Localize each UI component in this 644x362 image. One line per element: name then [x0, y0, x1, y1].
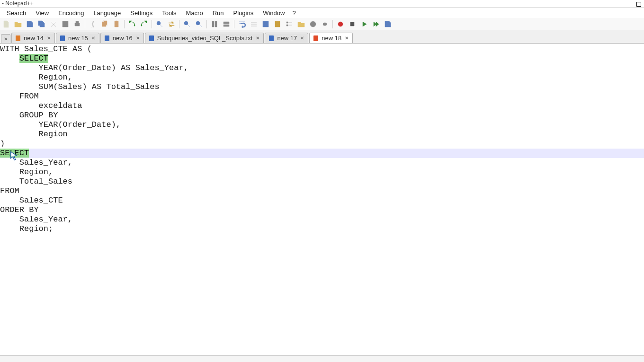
- all-chars-button[interactable]: [249, 19, 259, 29]
- editor-line[interactable]: ): [0, 139, 644, 149]
- save-all-icon: [38, 20, 45, 28]
- tab-close-button[interactable]: ✕: [90, 35, 96, 41]
- sync-h-button[interactable]: [221, 19, 232, 29]
- editor-line[interactable]: Region,: [0, 168, 644, 177]
- tab-close-button[interactable]: ✕: [135, 35, 141, 41]
- editor-line[interactable]: YEAR(Order_Date),: [0, 120, 644, 130]
- save-macro-button[interactable]: [383, 19, 393, 29]
- editor-line[interactable]: ORDER BY: [0, 205, 644, 215]
- menu-run[interactable]: Run: [208, 9, 229, 18]
- svg-rect-3: [16, 38, 20, 39]
- find-button[interactable]: [154, 19, 165, 29]
- tab-subqueries-video-sql-scripts-txt[interactable]: Subqueries_video_SQL_Scripts.txt✕: [145, 33, 264, 43]
- tab-close-button[interactable]: ✕: [299, 35, 305, 41]
- save-button[interactable]: [25, 19, 35, 29]
- toolbar-separator: [179, 20, 179, 28]
- play-macro-button[interactable]: [359, 19, 369, 29]
- close-button[interactable]: [48, 19, 59, 29]
- paste-button[interactable]: [111, 19, 122, 29]
- link-icon: [321, 20, 329, 28]
- editor-line[interactable]: Total_Sales: [0, 177, 644, 186]
- tab-new-14[interactable]: new 14✕: [11, 33, 55, 43]
- find-icon: [156, 20, 163, 28]
- editor-line[interactable]: exceldata: [0, 101, 644, 111]
- svg-rect-17: [269, 36, 273, 37]
- sync-v-button[interactable]: [209, 19, 220, 29]
- func-list-button[interactable]: [284, 19, 295, 29]
- tab-new-18[interactable]: new 18✕: [309, 33, 353, 43]
- redo-button[interactable]: [139, 19, 149, 29]
- undo-button[interactable]: [127, 19, 137, 29]
- editor-line[interactable]: YEAR(Order_Date) AS Sales_Year,: [0, 63, 644, 73]
- editor-line[interactable]: Sales_Year,: [0, 158, 644, 168]
- menu--[interactable]: ?: [289, 9, 298, 18]
- tab-close-button[interactable]: ✕: [255, 35, 260, 41]
- zoom-in-button[interactable]: [182, 19, 192, 29]
- svg-rect-14: [150, 37, 153, 38]
- stop-macro-button[interactable]: [347, 19, 358, 29]
- editor-line[interactable]: Sales_Year,: [0, 215, 644, 224]
- doc-map-button[interactable]: [272, 19, 283, 29]
- highlighted-word: SELECT: [0, 149, 29, 158]
- save-all-button[interactable]: [36, 19, 47, 29]
- tab-new-16[interactable]: new 16✕: [100, 33, 144, 43]
- sync-h-icon: [223, 20, 230, 28]
- editor-line[interactable]: Sales_CTE: [0, 196, 644, 205]
- indent-guide-button[interactable]: [260, 19, 271, 29]
- highlighted-word: SELECT: [19, 54, 48, 63]
- editor-line[interactable]: GROUP BY: [0, 111, 644, 120]
- zoom-out-button[interactable]: [194, 19, 204, 29]
- close-icon: ✕: [3, 36, 9, 42]
- zoom-out-icon: [195, 20, 203, 28]
- menu-plugins[interactable]: Plugins: [229, 9, 259, 18]
- menu-macro[interactable]: Macro: [181, 9, 208, 18]
- save-icon: [26, 20, 34, 28]
- editor-line[interactable]: Region;: [0, 224, 644, 234]
- minimize-button[interactable]: [622, 4, 628, 4]
- new-file-button[interactable]: [1, 19, 11, 29]
- close-all-icon: [62, 20, 69, 28]
- copy-button[interactable]: [99, 19, 110, 29]
- menu-view[interactable]: View: [31, 9, 54, 18]
- editor-line[interactable]: SELECT: [0, 149, 644, 158]
- editor-line[interactable]: FROM: [0, 92, 644, 101]
- tab-new-17[interactable]: new 17✕: [265, 33, 308, 43]
- tab-scroll-close[interactable]: ✕: [1, 34, 10, 43]
- menu-window[interactable]: Window: [258, 9, 289, 18]
- toolbar-separator: [152, 20, 152, 28]
- func-list-icon: [286, 20, 293, 28]
- folder-as-workspace-button[interactable]: [296, 19, 306, 29]
- menu-settings[interactable]: Settings: [125, 9, 157, 18]
- tab-close-button[interactable]: ✕: [344, 35, 349, 41]
- close-all-button[interactable]: [60, 19, 71, 29]
- tab-new-15[interactable]: new 15✕: [56, 33, 99, 43]
- cut-button[interactable]: [88, 19, 98, 29]
- link-button[interactable]: [320, 19, 330, 29]
- open-file-button[interactable]: [13, 19, 23, 29]
- menu-encoding[interactable]: Encoding: [54, 9, 89, 18]
- word-wrap-button[interactable]: [237, 19, 247, 29]
- undo-icon: [128, 20, 136, 28]
- editor-line[interactable]: FROM: [0, 186, 644, 196]
- editor[interactable]: WITH Sales_CTE AS ( SELECT YEAR(Order_Da…: [0, 44, 644, 355]
- editor-line[interactable]: WITH Sales_CTE AS (: [0, 44, 644, 54]
- print-button[interactable]: [72, 19, 82, 29]
- maximize-button[interactable]: [636, 2, 641, 7]
- replace-button[interactable]: [166, 19, 177, 29]
- editor-line[interactable]: SELECT: [0, 54, 644, 63]
- editor-line[interactable]: SUM(Sales) AS Total_Sales: [0, 82, 644, 92]
- menu-language[interactable]: Language: [89, 9, 125, 18]
- doc-map-icon: [274, 20, 281, 28]
- menu-tools[interactable]: Tools: [157, 9, 181, 18]
- editor-line[interactable]: Region: [0, 130, 644, 139]
- saved-file-icon: [148, 35, 155, 42]
- monitoring-button[interactable]: [308, 19, 318, 29]
- play-multi-button[interactable]: [371, 19, 381, 29]
- record-macro-button[interactable]: [335, 19, 346, 29]
- tab-close-button[interactable]: ✕: [46, 35, 52, 41]
- zoom-in-icon: [183, 20, 191, 28]
- editor-line[interactable]: Region,: [0, 73, 644, 82]
- menu-search[interactable]: Search: [2, 9, 31, 18]
- svg-rect-21: [314, 36, 318, 37]
- tab-label: new 16: [113, 35, 133, 42]
